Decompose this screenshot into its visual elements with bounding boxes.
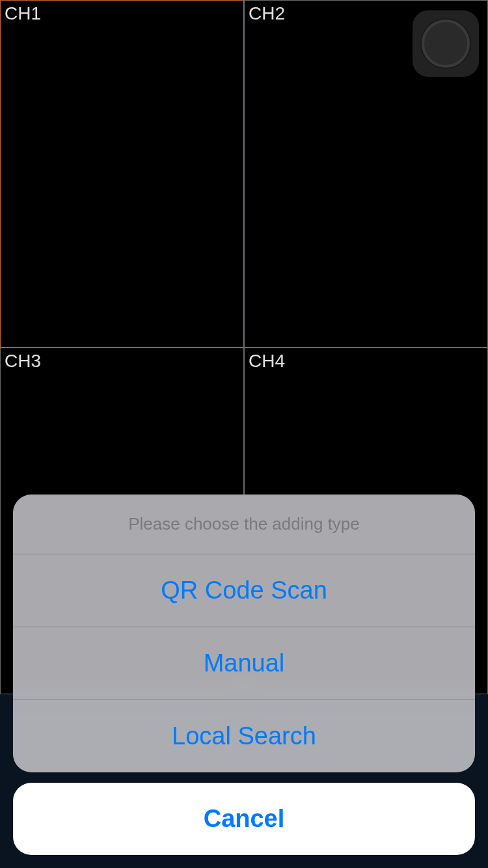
action-sheet: Please choose the adding type QR Code Sc… <box>0 495 488 868</box>
cancel-button[interactable]: Cancel <box>13 783 475 855</box>
action-sheet-group: Please choose the adding type QR Code Sc… <box>13 495 475 772</box>
action-sheet-title: Please choose the adding type <box>13 495 475 554</box>
qr-code-scan-button[interactable]: QR Code Scan <box>13 554 475 627</box>
local-search-button[interactable]: Local Search <box>13 700 475 772</box>
manual-button[interactable]: Manual <box>13 627 475 700</box>
